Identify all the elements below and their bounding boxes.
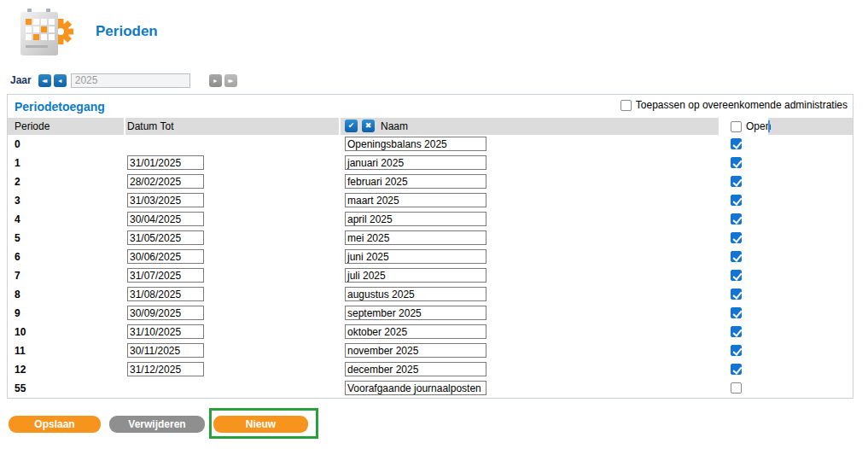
period-number: 10 [15,323,26,341]
table-row: 12 [8,360,853,379]
table-row: 8 [8,285,853,304]
table-row: 55 [8,379,853,398]
column-header-periode: Periode [15,118,50,135]
naam-input[interactable] [345,343,486,358]
naam-input[interactable] [345,287,486,301]
period-number: 4 [15,210,20,229]
period-number: 0 [15,135,20,154]
datum-tot-input[interactable] [127,174,204,189]
naam-input[interactable] [345,174,486,189]
open-header-checkbox[interactable] [731,121,742,132]
table-row: 7 [8,266,853,285]
perioden-calendar-gear-icon [10,5,75,64]
open-cell-edge [768,120,770,132]
column-header-open: Open [746,120,771,132]
table-row: 5 [8,229,853,248]
perioden-page: Perioden Jaar ◂◂ ◂ ▸ ▸▸ Periodetoegang T… [0,0,868,449]
select-all-icon[interactable]: ✔ [345,120,358,132]
datum-tot-input[interactable] [127,212,204,226]
datum-tot-input[interactable] [127,268,204,283]
prev-year-button[interactable]: ◂ [54,74,67,87]
column-divider [339,118,341,135]
open-checkbox[interactable] [731,176,742,187]
open-column-header-cell: Open [719,118,768,135]
table-row: 11 [8,341,853,360]
table-header: Periode Datum Tot ✔ ✖ Naam Open [8,118,853,135]
datum-tot-input[interactable] [127,287,204,301]
apply-checkbox[interactable] [620,100,632,111]
table-row: 9 [8,304,853,323]
open-checkbox[interactable] [731,364,742,375]
next-year-button[interactable]: ▸ [209,74,222,87]
table-row: 4 [8,210,853,229]
open-checkbox[interactable] [731,270,742,281]
datum-tot-input[interactable] [127,193,204,207]
open-checkbox[interactable] [731,232,742,243]
datum-tot-input[interactable] [127,155,204,170]
table-row: 6 [8,248,853,266]
naam-input[interactable] [345,381,486,395]
open-checkbox[interactable] [731,138,742,149]
open-checkbox[interactable] [731,382,742,394]
column-header-datum-tot: Datum Tot [127,118,173,135]
datum-tot-input[interactable] [127,362,204,376]
table-row: 2 [8,172,853,191]
datum-tot-input[interactable] [127,343,204,358]
apply-to-matching-administrations: Toepassen op overeenkomende administrati… [620,98,848,112]
column-header-naam: Naam [381,118,408,135]
year-label: Jaar [10,74,32,86]
naam-input[interactable] [345,193,486,207]
naam-input[interactable] [345,249,486,264]
period-number: 55 [15,379,26,398]
datum-tot-input[interactable] [127,230,204,245]
open-checkbox[interactable] [731,195,742,206]
period-number: 9 [15,304,20,323]
naam-input[interactable] [345,362,486,376]
table-row: 3 [8,191,853,210]
page-title: Perioden [96,23,158,40]
naam-input[interactable] [345,212,486,226]
period-number: 5 [15,229,20,248]
period-number: 7 [15,266,20,285]
period-number: 8 [15,285,20,304]
datum-tot-input[interactable] [127,306,204,320]
table-row: 0 [8,135,853,154]
period-rows: 0 1 2 3 4 5 6 7 8 [8,135,853,398]
period-number: 6 [15,248,20,266]
table-row: 1 [8,154,853,172]
open-checkbox[interactable] [731,213,742,224]
periodetoegang-section: Periodetoegang Toepassen op overeenkomen… [7,94,853,399]
naam-input[interactable] [345,137,486,151]
open-checkbox[interactable] [731,157,742,168]
first-year-button[interactable]: ◂◂ [38,74,51,87]
year-navigation: Jaar ◂◂ ◂ ▸ ▸▸ [10,73,240,88]
delete-button[interactable]: Verwijderen [109,416,205,433]
section-title: Periodetoegang [15,100,105,114]
naam-input[interactable] [345,324,486,339]
period-number: 1 [15,154,20,172]
period-number: 3 [15,191,20,210]
datum-tot-input[interactable] [127,324,204,339]
table-row: 10 [8,323,853,341]
naam-input[interactable] [345,306,486,320]
open-checkbox[interactable] [731,326,742,337]
open-checkbox[interactable] [731,307,742,318]
period-number: 11 [15,341,26,360]
naam-input[interactable] [345,155,486,170]
open-checkbox[interactable] [731,251,742,262]
deselect-all-icon[interactable]: ✖ [362,120,375,132]
year-input[interactable] [71,73,190,88]
period-number: 2 [15,172,20,191]
save-button[interactable]: Opslaan [9,416,101,433]
naam-input[interactable] [345,230,486,245]
datum-tot-input[interactable] [127,249,204,264]
apply-checkbox-label: Toepassen op overeenkomende administrati… [636,99,848,111]
open-checkbox[interactable] [731,345,742,356]
last-year-button[interactable]: ▸▸ [224,74,237,87]
open-checkbox[interactable] [731,289,742,300]
period-number: 12 [15,360,26,379]
new-button[interactable]: Nieuw [213,416,308,433]
naam-input[interactable] [345,268,486,283]
column-divider [124,118,125,135]
